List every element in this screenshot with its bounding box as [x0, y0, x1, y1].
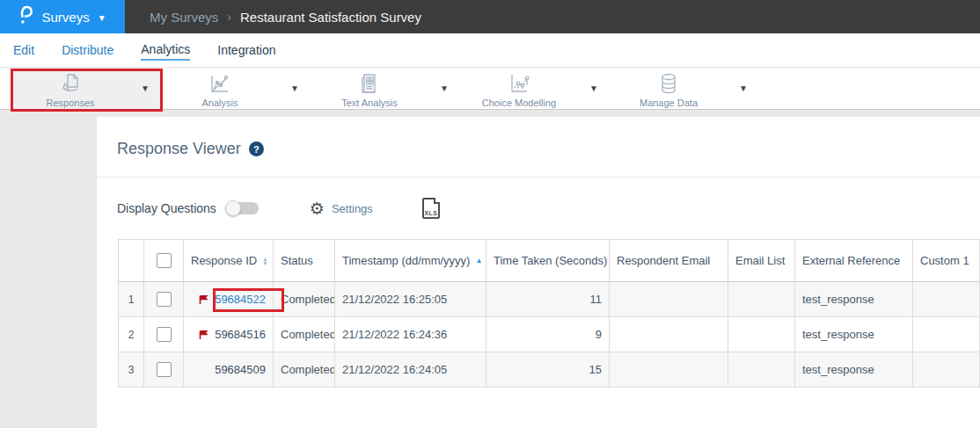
row-checkbox[interactable]	[157, 362, 172, 377]
analysis-button[interactable]: Analysis	[160, 68, 280, 109]
analysis-dropdown-caret[interactable]: ▼	[280, 68, 310, 109]
cell-row-number: 1	[119, 282, 144, 317]
header-timestamp[interactable]: Timestamp (dd/mm/yyyy) ▲	[335, 240, 486, 282]
breadcrumb-separator: ›	[227, 10, 231, 24]
cell-time-taken: 11	[486, 282, 610, 317]
cell-external-reference: test_response	[795, 352, 913, 388]
cell-response-id: 59684516	[184, 317, 274, 352]
cell-custom-1	[913, 317, 980, 352]
cell-response-id: 59684522	[184, 282, 274, 317]
responses-button[interactable]: Responses	[11, 68, 130, 109]
analytics-toolbar: Responses ▼ Analysis ▼	[0, 67, 980, 110]
choice-modelling-icon	[507, 71, 531, 96]
choice-modelling-button[interactable]: Choice Modelling	[459, 68, 579, 109]
text-analysis-button[interactable]: Text Analysis	[310, 68, 429, 109]
cell-timestamp: 21/12/2022 16:24:36	[335, 317, 486, 352]
surveys-dropdown-caret: ▼	[98, 13, 106, 23]
choice-modelling-label: Choice Modelling	[482, 98, 556, 108]
table-row: 1 59684522 Completed 21/12/2022 16:25:05…	[119, 282, 980, 317]
responses-label: Responses	[46, 98, 94, 108]
display-questions-toggle[interactable]	[227, 202, 259, 214]
toolbar-group-text-analysis: Text Analysis ▼	[310, 68, 459, 109]
header-custom-1: Custom 1	[913, 240, 980, 282]
tab-edit[interactable]: Edit	[13, 40, 34, 60]
header-respondent-email: Respondent Email	[610, 240, 728, 282]
cell-email-list	[728, 282, 795, 317]
cell-select	[144, 352, 184, 388]
tab-distribute[interactable]: Distribute	[62, 40, 113, 60]
toolbar-group-choice-modelling: Choice Modelling ▼	[459, 68, 609, 109]
manage-data-label: Manage Data	[640, 98, 698, 108]
choice-modelling-dropdown-caret[interactable]: ▼	[579, 68, 609, 109]
cell-select	[144, 282, 184, 317]
select-all-checkbox[interactable]	[157, 253, 172, 268]
header-external-reference: External Reference	[795, 240, 913, 282]
tab-integration[interactable]: Integration	[217, 40, 275, 60]
cell-email-list	[728, 352, 795, 388]
survey-nav-tabs: Edit Distribute Analytics Integration	[0, 33, 980, 67]
analysis-icon	[208, 71, 232, 96]
cell-status: Completed	[274, 282, 335, 317]
cell-respondent-email	[610, 282, 728, 317]
response-id-link[interactable]: 59684509	[215, 363, 266, 376]
manage-data-button[interactable]: Manage Data	[609, 68, 728, 109]
header-status: Status	[274, 240, 335, 282]
breadcrumb-survey-title: Restaurant Satisfaction Survey	[240, 10, 421, 25]
response-viewer-panel: Response Viewer ? Display Questions ⚙ Se…	[97, 117, 980, 428]
header-response-id[interactable]: Response ID ▲▼	[184, 240, 274, 282]
response-id-link[interactable]: 59684522	[215, 293, 266, 306]
cell-time-taken: 9	[486, 317, 610, 352]
gear-icon[interactable]: ⚙	[310, 200, 325, 217]
header-time-taken[interactable]: Time Taken (Seconds) ▲▼	[486, 240, 610, 282]
row-checkbox[interactable]	[157, 292, 172, 307]
text-analysis-dropdown-caret[interactable]: ▼	[429, 68, 459, 109]
tab-analytics[interactable]: Analytics	[141, 40, 190, 61]
header-select-all	[144, 240, 184, 282]
manage-data-dropdown-caret[interactable]: ▼	[728, 68, 758, 109]
toolbar-group-analysis: Analysis ▼	[160, 68, 310, 109]
cell-custom-1	[913, 352, 980, 388]
page-title: Response Viewer	[117, 140, 241, 158]
header-row-number	[119, 240, 144, 282]
cell-respondent-email	[610, 317, 728, 352]
manage-data-icon	[656, 71, 681, 96]
sort-icon-timestamp-asc[interactable]: ▲	[475, 257, 482, 265]
text-analysis-icon	[357, 71, 382, 96]
cell-timestamp: 21/12/2022 16:24:05	[335, 352, 486, 388]
toggle-knob	[225, 200, 241, 216]
breadcrumb: My Surveys › Restaurant Satisfaction Sur…	[125, 0, 421, 33]
top-header-bar: Surveys ▼ My Surveys › Restaurant Satisf…	[0, 0, 980, 33]
cell-select	[144, 317, 184, 352]
text-analysis-label: Text Analysis	[341, 98, 398, 108]
header-email-list: Email List	[728, 240, 795, 282]
surveys-menu-button[interactable]: Surveys ▼	[0, 0, 125, 33]
sort-icon-response-id[interactable]: ▲▼	[262, 257, 267, 265]
cell-respondent-email	[610, 352, 728, 388]
help-icon[interactable]: ?	[249, 141, 264, 156]
breadcrumb-my-surveys[interactable]: My Surveys	[150, 10, 218, 25]
table-row: 3 59684509 Completed 21/12/2022 16:24:05…	[119, 352, 980, 388]
settings-button[interactable]: Settings	[332, 202, 373, 215]
cell-row-number: 2	[119, 317, 144, 352]
surveys-menu-label: Surveys	[41, 10, 89, 25]
cell-time-taken: 15	[486, 352, 610, 388]
cell-external-reference: test_response	[795, 282, 913, 317]
xls-fold-corner	[434, 198, 440, 204]
questionpro-logo-icon	[18, 4, 33, 29]
responses-table: Response ID ▲▼ Status Timestamp (dd/mm/y…	[118, 239, 980, 388]
response-id-link[interactable]: 59684516	[215, 328, 266, 341]
row-checkbox[interactable]	[157, 327, 172, 342]
toolbar-group-manage-data: Manage Data ▼	[609, 68, 758, 109]
viewer-controls: Display Questions ⚙ Settings XLS	[97, 178, 980, 219]
xls-export-icon[interactable]: XLS	[422, 198, 440, 219]
responses-icon	[58, 71, 83, 96]
analysis-label: Analysis	[202, 98, 238, 108]
table-row: 2 59684516 Completed 21/12/2022 16:24:36…	[119, 317, 980, 352]
cell-status: Completed	[274, 317, 335, 352]
cell-email-list	[728, 317, 795, 352]
cell-status: Completed	[274, 352, 335, 388]
responses-dropdown-caret[interactable]: ▼	[130, 68, 160, 109]
cell-response-id: 59684509	[184, 352, 274, 388]
cell-external-reference: test_response	[795, 317, 913, 352]
table-header-row: Response ID ▲▼ Status Timestamp (dd/mm/y…	[119, 240, 980, 282]
